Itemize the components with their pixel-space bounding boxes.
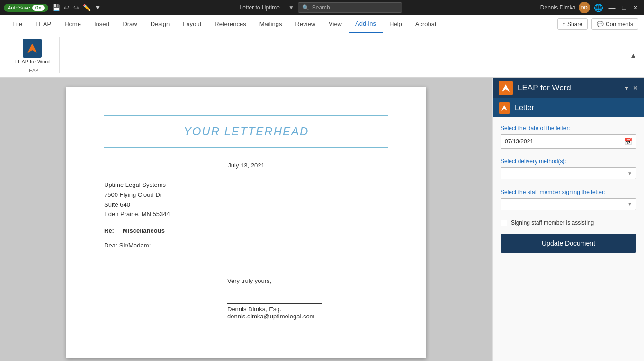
share-button[interactable]: ↑ Share — [557, 18, 588, 30]
date-value: 07/13/2021 — [505, 138, 533, 145]
panel-header-left: LEAP for Word — [499, 81, 571, 95]
ribbon-tabs: File LEAP Home Insert Draw Design Layout… — [0, 15, 644, 33]
staff-dropdown-arrow: ▼ — [627, 202, 632, 207]
delivery-label: Select delivery method(s): — [501, 158, 636, 165]
section-title: Letter — [515, 104, 534, 112]
re-label: Re: — [104, 227, 114, 234]
document-date: July 13, 2021 — [104, 162, 388, 169]
leap-button-label: LEAP for Word — [15, 59, 50, 64]
checkbox-label: Signing staff member is assisting — [511, 220, 594, 226]
staff-section: Select the staff member signing the lett… — [501, 189, 636, 210]
tab-leap[interactable]: LEAP — [29, 16, 58, 32]
leap-for-word-button[interactable]: LEAP for Word — [11, 37, 54, 66]
address-line-2: 7500 Flying Cloud Dr — [104, 190, 388, 200]
panel-collapse-button[interactable]: ▼ — [623, 84, 630, 92]
more-icon[interactable]: ▼ — [95, 4, 101, 11]
doc-title-arrow[interactable]: ▼ — [288, 4, 294, 11]
tab-home[interactable]: Home — [58, 16, 88, 32]
tab-acrobat[interactable]: Acrobat — [409, 16, 443, 32]
minimize-button[interactable]: — — [607, 4, 617, 11]
title-bar-right: Dennis Dimka DD 🌐 — □ ✕ — [540, 2, 640, 13]
panel-section-header: Letter — [493, 98, 644, 117]
document-signature: Dennis Dimka, Esq. dennis.dimka@uptimele… — [227, 303, 388, 320]
delivery-select[interactable]: ▼ — [501, 167, 636, 179]
ribbon-group-leap: LEAP for Word LEAP — [6, 37, 60, 73]
date-input[interactable]: 07/13/2021 📅 — [501, 134, 636, 149]
avatar: DD — [579, 2, 590, 13]
share-icon: ↑ — [563, 21, 565, 27]
main-container: YOUR LETTERHEAD July 13, 2021 Uptime Leg… — [0, 78, 644, 361]
close-button[interactable]: ✕ — [631, 4, 640, 11]
assisting-checkbox[interactable] — [501, 220, 507, 226]
undo-icon[interactable]: ↩ — [64, 4, 70, 11]
tab-references[interactable]: References — [208, 16, 252, 32]
comments-label: Comments — [606, 21, 633, 27]
panel-logo — [499, 81, 513, 95]
document-salutation: Dear Sir/Madam: — [104, 242, 388, 249]
panel-header: LEAP for Word ▼ ✕ — [493, 78, 644, 98]
autosave-badge[interactable]: AutoSave On — [4, 4, 48, 12]
date-section: Select the date of the letter: 07/13/202… — [501, 125, 636, 149]
panel-header-right: ▼ ✕ — [623, 84, 638, 92]
ribbon-group-name: LEAP — [27, 68, 39, 73]
tab-layout[interactable]: Layout — [176, 16, 208, 32]
address-line-4: Eden Prairie, MN 55344 — [104, 210, 388, 220]
document-address: Uptime Legal Systems 7500 Flying Cloud D… — [104, 180, 388, 220]
ribbon-content: LEAP for Word LEAP ▲ — [0, 33, 644, 77]
section-logo-icon — [501, 104, 508, 112]
comments-button[interactable]: 💬 Comments — [591, 18, 638, 30]
address-line-1: Uptime Legal Systems — [104, 180, 388, 190]
document-closing: Very truly yours, — [227, 277, 388, 284]
tab-review[interactable]: Review — [288, 16, 322, 32]
panel-logo-icon — [501, 83, 510, 93]
staff-select[interactable]: ▼ — [501, 198, 636, 210]
redo-icon[interactable]: ↪ — [73, 4, 79, 11]
delivery-dropdown-arrow: ▼ — [627, 171, 632, 176]
calendar-icon[interactable]: 📅 — [624, 138, 632, 145]
re-value: Miscellaneous — [123, 227, 165, 234]
share-label: Share — [567, 21, 582, 27]
panel-close-button[interactable]: ✕ — [633, 84, 638, 92]
svg-marker-2 — [501, 105, 507, 111]
globe-icon: 🌐 — [594, 3, 603, 12]
top-line-1 — [104, 115, 388, 116]
save-icon[interactable]: 💾 — [52, 4, 60, 11]
document-page: YOUR LETTERHEAD July 13, 2021 Uptime Leg… — [66, 87, 426, 358]
leap-icon-box — [23, 39, 42, 58]
sig-email: dennis.dimka@uptimelegal.com — [227, 313, 388, 320]
panel-title: LEAP for Word — [518, 83, 571, 93]
title-bar-center: Letter to Uptime... ▼ 🔍 Search — [101, 2, 540, 13]
tab-mailings[interactable]: Mailings — [253, 16, 289, 32]
section-logo — [499, 102, 510, 114]
leap-logo-icon — [26, 42, 39, 55]
tab-addins[interactable]: Add-ins — [349, 15, 383, 33]
delivery-section: Select delivery method(s): ▼ — [501, 158, 636, 179]
staff-label-highlight: staff member — [528, 189, 561, 195]
ribbon-collapse-button[interactable]: ▲ — [628, 50, 638, 61]
title-bar-left: AutoSave On 💾 ↩ ↪ ✏️ ▼ — [4, 4, 101, 12]
maximize-button[interactable]: □ — [620, 4, 628, 11]
user-area: Dennis Dimka DD — [540, 2, 590, 13]
tab-design[interactable]: Design — [144, 16, 176, 32]
tab-view[interactable]: View — [322, 16, 349, 32]
panel-body: Select the date of the letter: 07/13/202… — [493, 117, 644, 361]
tab-draw[interactable]: Draw — [116, 16, 143, 32]
svg-marker-0 — [27, 44, 37, 53]
window-controls: — □ ✕ — [607, 4, 640, 11]
autosave-state[interactable]: On — [32, 5, 45, 11]
autosave-label: AutoSave — [8, 5, 30, 10]
title-bar: AutoSave On 💾 ↩ ↪ ✏️ ▼ Letter to Uptime.… — [0, 0, 644, 15]
tab-help[interactable]: Help — [383, 16, 409, 32]
right-panel: LEAP for Word ▼ ✕ Letter Select the date… — [492, 78, 644, 361]
checkbox-row: Signing staff member is assisting — [501, 220, 636, 226]
update-document-button[interactable]: Update Document — [501, 234, 636, 253]
letterhead: YOUR LETTERHEAD — [104, 120, 388, 143]
bottom-line-1 — [104, 143, 388, 143]
pen-icon[interactable]: ✏️ — [83, 4, 91, 11]
svg-marker-1 — [502, 84, 510, 92]
user-name: Dennis Dimka — [540, 4, 576, 11]
search-bar[interactable]: 🔍 Search — [298, 2, 402, 13]
tab-file[interactable]: File — [6, 16, 29, 32]
tab-insert[interactable]: Insert — [88, 16, 116, 32]
ribbon: File LEAP Home Insert Draw Design Layout… — [0, 15, 644, 78]
